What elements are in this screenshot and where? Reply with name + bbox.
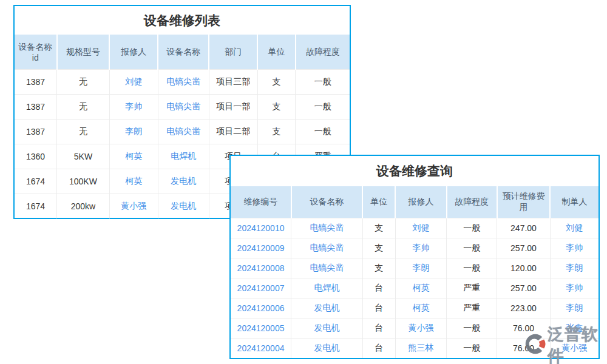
cell: 1387 bbox=[15, 95, 57, 120]
cell: 100KW bbox=[57, 169, 110, 194]
column-header: 设备名称 bbox=[158, 35, 209, 70]
cell: 247.00 bbox=[497, 218, 550, 238]
cell-link[interactable]: 电镐尖凿 bbox=[291, 258, 363, 278]
cell-link[interactable]: 黄小强 bbox=[109, 194, 158, 219]
cell-link[interactable]: 发电机 bbox=[291, 298, 363, 318]
repair-query-title: 设备维修查询 bbox=[231, 156, 599, 186]
repair-list-title: 设备维修列表 bbox=[15, 6, 350, 35]
cell-link[interactable]: 发电机 bbox=[158, 169, 209, 194]
repair-list-header: 设备名称id规格型号报修人设备名称部门单位故障程度 bbox=[15, 35, 350, 70]
column-header: 设备名称id bbox=[15, 35, 57, 70]
cell: 一般 bbox=[447, 258, 497, 278]
column-header: 报修人 bbox=[395, 186, 447, 218]
column-header: 维修编号 bbox=[231, 186, 291, 218]
cell-link[interactable]: 李朗 bbox=[550, 258, 599, 278]
column-header: 部门 bbox=[209, 35, 257, 70]
cell: 支 bbox=[257, 95, 296, 120]
cell-link[interactable]: 李帅 bbox=[550, 278, 599, 298]
repair-query-header: 维修编号设备名称单位报修人故障程度预计维修费用制单人 bbox=[231, 186, 599, 218]
table-row: 1387无李朗电镐尖凿项目二部支一般 bbox=[15, 120, 350, 144]
cell: 257.00 bbox=[497, 278, 550, 298]
cell-link[interactable]: 黄小强 bbox=[395, 318, 447, 339]
table-row: 2024120009电镐尖凿支李帅一般257.00李帅 bbox=[231, 238, 599, 258]
cell: 严重 bbox=[447, 278, 497, 298]
cell: 1387 bbox=[15, 120, 57, 144]
cell: 无 bbox=[57, 120, 110, 144]
cell-link[interactable]: 发电机 bbox=[158, 194, 209, 219]
cell: 1387 bbox=[15, 70, 57, 95]
cell: 一般 bbox=[447, 318, 497, 339]
cell: 台 bbox=[362, 318, 395, 339]
table-row: 2024120006发电机台柯英严重223.00李朗 bbox=[231, 298, 599, 318]
cell: 项目二部 bbox=[209, 120, 257, 144]
cell: 一般 bbox=[447, 339, 497, 359]
cell-link[interactable]: 电镐尖凿 bbox=[158, 70, 209, 95]
table-row: 1387无李帅电镐尖凿项目一部支一般 bbox=[15, 95, 350, 120]
cell-link[interactable]: 柯英 bbox=[395, 278, 447, 298]
cell-link[interactable]: 2024120009 bbox=[231, 238, 291, 258]
cell: 一般 bbox=[296, 120, 350, 144]
cell: 1674 bbox=[15, 169, 57, 194]
table-row: 2024120008电镐尖凿支李朗一般120.00李朗 bbox=[231, 258, 599, 278]
cell-link[interactable]: 电焊机 bbox=[158, 144, 209, 169]
column-header: 单位 bbox=[257, 35, 296, 70]
cell: 支 bbox=[362, 258, 395, 278]
cell: 台 bbox=[362, 339, 395, 359]
cell: 支 bbox=[362, 218, 395, 238]
cell-link[interactable]: 发电机 bbox=[291, 339, 363, 359]
cell-link[interactable]: 发电机 bbox=[291, 318, 363, 339]
cell-link[interactable]: 李朗 bbox=[109, 120, 158, 144]
cell-link[interactable]: 李帅 bbox=[109, 95, 158, 120]
cell-link[interactable]: 李朗 bbox=[395, 258, 447, 278]
cell-link[interactable]: 李朗 bbox=[550, 298, 599, 318]
cell: 一般 bbox=[447, 238, 497, 258]
cell-link[interactable]: 熊三林 bbox=[395, 339, 447, 359]
cell: 支 bbox=[257, 70, 296, 95]
cell-link[interactable]: 柯英 bbox=[109, 169, 158, 194]
cell: 项目三部 bbox=[209, 70, 257, 95]
cell: 120.00 bbox=[497, 258, 550, 278]
cell-link[interactable]: 2024120008 bbox=[231, 258, 291, 278]
cell-link[interactable]: 李帅 bbox=[550, 238, 599, 258]
column-header: 规格型号 bbox=[57, 35, 110, 70]
cell-link[interactable]: 2024120004 bbox=[231, 339, 291, 359]
cell-link[interactable]: 电镐尖凿 bbox=[158, 95, 209, 120]
cell: 223.00 bbox=[497, 298, 550, 318]
cell-link[interactable]: 李帅 bbox=[395, 238, 447, 258]
cell-link[interactable]: 柯英 bbox=[395, 298, 447, 318]
cell: 无 bbox=[57, 70, 110, 95]
cell: 支 bbox=[257, 120, 296, 144]
cell-link[interactable]: 2024120006 bbox=[231, 298, 291, 318]
cell: 项目一部 bbox=[209, 95, 257, 120]
cell-link[interactable]: 柯英 bbox=[109, 144, 158, 169]
cell-link[interactable]: 电镐尖凿 bbox=[291, 238, 363, 258]
cell-link[interactable]: 刘健 bbox=[550, 218, 599, 238]
cell-link[interactable]: 刘健 bbox=[109, 70, 158, 95]
watermark-brand: 泛普软件 bbox=[548, 323, 607, 364]
column-header: 预计维修费用 bbox=[497, 186, 550, 218]
cell: 1360 bbox=[15, 144, 57, 169]
header-row: 设备名称id规格型号报修人设备名称部门单位故障程度 bbox=[15, 35, 350, 70]
header-row: 维修编号设备名称单位报修人故障程度预计维修费用制单人 bbox=[231, 186, 599, 218]
cell: 一般 bbox=[296, 70, 350, 95]
cell: 一般 bbox=[296, 95, 350, 120]
cell: 支 bbox=[362, 238, 395, 258]
cell-link[interactable]: 2024120010 bbox=[231, 218, 291, 238]
cell-link[interactable]: 2024120007 bbox=[231, 278, 291, 298]
table-row: 2024120010电镐尖凿支刘健一般247.00刘健 bbox=[231, 218, 599, 238]
table-row: 1387无刘健电镐尖凿项目三部支一般 bbox=[15, 70, 350, 95]
table-row: 2024120007电焊机台柯英严重257.00李帅 bbox=[231, 278, 599, 298]
cell: 257.00 bbox=[497, 238, 550, 258]
column-header: 单位 bbox=[362, 186, 395, 218]
cell-link[interactable]: 电镐尖凿 bbox=[291, 218, 363, 238]
cell-link[interactable]: 刘健 bbox=[395, 218, 447, 238]
column-header: 制单人 bbox=[550, 186, 599, 218]
cell-link[interactable]: 电焊机 bbox=[291, 278, 363, 298]
cell: 5KW bbox=[57, 144, 110, 169]
cell: 台 bbox=[362, 298, 395, 318]
cell-link[interactable]: 2024120005 bbox=[231, 318, 291, 339]
column-header: 故障程度 bbox=[296, 35, 350, 70]
cell: 台 bbox=[362, 278, 395, 298]
cell: 严重 bbox=[447, 298, 497, 318]
cell-link[interactable]: 电镐尖凿 bbox=[158, 120, 209, 144]
